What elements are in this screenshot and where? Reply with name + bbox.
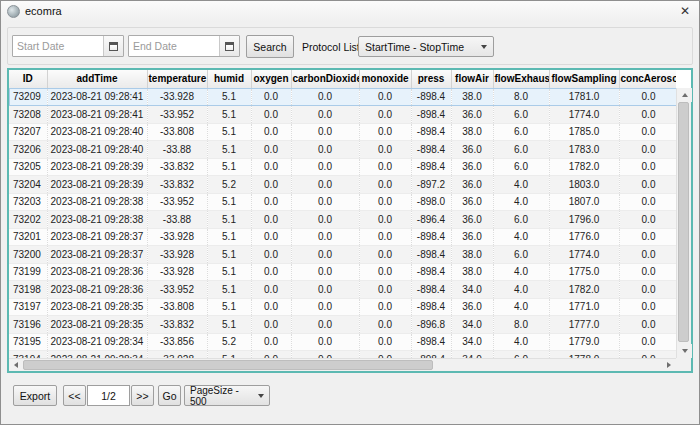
scroll-up-button[interactable] bbox=[677, 88, 692, 102]
table-cell: -33.832 bbox=[147, 158, 207, 176]
protocol-list-label: Protocol List: bbox=[302, 41, 363, 53]
table-row[interactable]: 732042023-08-21 09:28:39-33.8325.20.00.0… bbox=[9, 176, 676, 194]
scroll-right-button[interactable] bbox=[662, 359, 676, 371]
table-cell: 73194 bbox=[9, 351, 47, 359]
table-cell: 0.0 bbox=[251, 211, 291, 229]
column-header-carbondioxide[interactable]: carbonDioxide bbox=[291, 70, 359, 88]
page-indicator[interactable]: 1/2 bbox=[87, 385, 130, 406]
start-date-field[interactable] bbox=[12, 35, 124, 57]
table-cell: 0.0 bbox=[251, 351, 291, 359]
column-header-id[interactable]: ID bbox=[9, 70, 47, 88]
table-cell: 6.0 bbox=[493, 158, 549, 176]
column-header-oxygen[interactable]: oxygen bbox=[251, 70, 291, 88]
table-cell: -33.952 bbox=[147, 281, 207, 299]
table-row[interactable]: 731982023-08-21 09:28:36-33.9525.10.00.0… bbox=[9, 281, 676, 299]
vertical-scrollbar[interactable] bbox=[676, 88, 691, 358]
column-header-monoxide[interactable]: monoxide bbox=[359, 70, 411, 88]
table-cell: 34.0 bbox=[451, 281, 493, 299]
table-cell: 6.0 bbox=[493, 351, 549, 359]
table-row[interactable]: 731942023-08-21 09:28:34-33.9285.10.00.0… bbox=[9, 351, 676, 359]
table-row[interactable]: 732062023-08-21 09:28:40-33.885.10.00.00… bbox=[9, 141, 676, 159]
table-row[interactable]: 732052023-08-21 09:28:39-33.8325.10.00.0… bbox=[9, 158, 676, 176]
table-cell: 0.0 bbox=[619, 123, 676, 141]
table-cell: 0.0 bbox=[619, 333, 676, 351]
calendar-icon bbox=[109, 42, 118, 51]
table-row[interactable]: 731972023-08-21 09:28:35-33.8085.10.00.0… bbox=[9, 298, 676, 316]
table-cell: 0.0 bbox=[291, 106, 359, 124]
search-button[interactable]: Search bbox=[246, 35, 294, 58]
start-date-calendar-button[interactable] bbox=[103, 36, 123, 56]
table-cell: 0.0 bbox=[291, 298, 359, 316]
table-cell: -898.4 bbox=[411, 141, 451, 159]
prev-page-button[interactable]: << bbox=[63, 385, 86, 406]
protocol-dropdown[interactable]: StartTime - StopTime bbox=[358, 36, 494, 57]
table-cell: 5.1 bbox=[207, 106, 251, 124]
table-cell: 36.0 bbox=[451, 298, 493, 316]
vertical-scrollbar-thumb[interactable] bbox=[678, 102, 689, 342]
end-date-input[interactable] bbox=[129, 36, 219, 56]
table-cell: 6.0 bbox=[493, 123, 549, 141]
table-cell: 36.0 bbox=[451, 106, 493, 124]
end-date-calendar-button[interactable] bbox=[219, 36, 239, 56]
table-cell: 0.0 bbox=[359, 88, 411, 106]
go-button[interactable]: Go bbox=[158, 385, 181, 406]
table-cell: 0.0 bbox=[291, 123, 359, 141]
table-cell: 1781.0 bbox=[549, 88, 619, 106]
start-date-input[interactable] bbox=[13, 36, 103, 56]
data-grid: ID addTime temperature humid oxygen carb… bbox=[7, 68, 693, 373]
column-header-flowexhaust[interactable]: flowExhaust bbox=[493, 70, 549, 88]
next-page-button[interactable]: >> bbox=[131, 385, 154, 406]
table-row[interactable]: 732072023-08-21 09:28:40-33.8085.10.00.0… bbox=[9, 123, 676, 141]
table-cell: 5.1 bbox=[207, 123, 251, 141]
table-cell: 2023-08-21 09:28:35 bbox=[47, 316, 147, 334]
table-cell: 0.0 bbox=[619, 298, 676, 316]
scroll-left-button[interactable] bbox=[9, 359, 23, 371]
table-cell: 0.0 bbox=[619, 176, 676, 194]
table-row[interactable]: 731962023-08-21 09:28:35-33.8325.10.00.0… bbox=[9, 316, 676, 334]
table-row[interactable]: 732002023-08-21 09:28:37-33.9285.10.00.0… bbox=[9, 246, 676, 264]
pagesize-dropdown[interactable]: PageSize - 500 bbox=[184, 385, 270, 406]
table-cell: 0.0 bbox=[359, 333, 411, 351]
table-cell: 0.0 bbox=[619, 263, 676, 281]
table-cell: 0.0 bbox=[619, 281, 676, 299]
table-row[interactable]: 731952023-08-21 09:28:34-33.8565.20.00.0… bbox=[9, 333, 676, 351]
table-cell: 1796.0 bbox=[549, 211, 619, 229]
table-cell: 36.0 bbox=[451, 193, 493, 211]
table-cell: 0.0 bbox=[251, 193, 291, 211]
horizontal-scrollbar[interactable] bbox=[9, 358, 676, 371]
table-cell: 73208 bbox=[9, 106, 47, 124]
table-cell: 1775.0 bbox=[549, 263, 619, 281]
table-cell: 0.0 bbox=[251, 228, 291, 246]
table-cell: 4.0 bbox=[493, 263, 549, 281]
close-icon[interactable]: ✕ bbox=[677, 3, 693, 19]
table-row[interactable]: 732022023-08-21 09:28:38-33.885.10.00.00… bbox=[9, 211, 676, 229]
table-cell: 2023-08-21 09:28:35 bbox=[47, 298, 147, 316]
table-cell: 4.0 bbox=[493, 281, 549, 299]
column-header-press[interactable]: press bbox=[411, 70, 451, 88]
end-date-field[interactable] bbox=[128, 35, 240, 57]
table-cell: 0.0 bbox=[359, 193, 411, 211]
column-header-addtime[interactable]: addTime bbox=[47, 70, 147, 88]
column-header-flowsampling[interactable]: flowSampling bbox=[549, 70, 619, 88]
horizontal-scrollbar-thumb[interactable] bbox=[23, 360, 433, 370]
triangle-down-icon bbox=[682, 349, 688, 353]
scroll-down-button[interactable] bbox=[677, 344, 692, 358]
table-cell: 6.0 bbox=[493, 211, 549, 229]
table-cell: 0.0 bbox=[291, 281, 359, 299]
table-cell: 0.0 bbox=[251, 333, 291, 351]
table-row[interactable]: 732092023-08-21 09:28:41-33.9285.10.00.0… bbox=[9, 88, 676, 106]
export-button[interactable]: Export bbox=[13, 385, 57, 406]
table-cell: 2023-08-21 09:28:36 bbox=[47, 263, 147, 281]
column-header-temperature[interactable]: temperature bbox=[147, 70, 207, 88]
column-header-flowair[interactable]: flowAir bbox=[451, 70, 493, 88]
table-cell: -33.808 bbox=[147, 298, 207, 316]
table-cell: 38.0 bbox=[451, 246, 493, 264]
table-row[interactable]: 732082023-08-21 09:28:41-33.9525.10.00.0… bbox=[9, 106, 676, 124]
column-header-concaerosol[interactable]: concAerosol bbox=[619, 70, 676, 88]
table-row[interactable]: 731992023-08-21 09:28:36-33.9285.10.00.0… bbox=[9, 263, 676, 281]
table-cell: 36.0 bbox=[451, 158, 493, 176]
table-row[interactable]: 732032023-08-21 09:28:38-33.9525.10.00.0… bbox=[9, 193, 676, 211]
table-cell: 2023-08-21 09:28:41 bbox=[47, 106, 147, 124]
column-header-humid[interactable]: humid bbox=[207, 70, 251, 88]
table-row[interactable]: 732012023-08-21 09:28:37-33.9285.10.00.0… bbox=[9, 228, 676, 246]
